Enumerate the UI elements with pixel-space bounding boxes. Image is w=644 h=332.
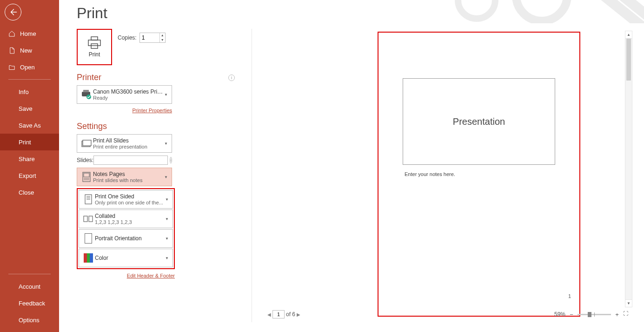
- nav-open-label: Open: [20, 64, 35, 71]
- main-panel: Print Print Copies: ▲ ▼ Printer i: [59, 0, 644, 332]
- printer-dropdown[interactable]: Canon MG3600 series Printer... Ready ▼: [77, 85, 172, 104]
- sides-dropdown[interactable]: Print One Sided Only print on one side o…: [79, 190, 173, 209]
- print-settings-column: Print Copies: ▲ ▼ Printer i: [77, 29, 235, 279]
- one-sided-icon: [82, 194, 95, 204]
- preview-slide-title: Presentation: [453, 116, 505, 127]
- print-button[interactable]: Print: [77, 29, 112, 65]
- svg-rect-6: [83, 90, 89, 92]
- chevron-down-icon: ▼: [164, 93, 169, 97]
- home-icon: [8, 30, 15, 37]
- svg-rect-3: [88, 40, 100, 46]
- nav-home[interactable]: Home: [0, 25, 59, 42]
- nav-export[interactable]: Export: [0, 167, 59, 184]
- nav-print[interactable]: Print: [0, 134, 59, 150]
- printer-icon: [87, 36, 102, 49]
- printer-status: Ready: [93, 95, 164, 101]
- preview-slide: Presentation: [403, 78, 555, 165]
- print-preview-area: Presentation Enter your notes here. 1 ▲ …: [259, 29, 632, 320]
- zoom-slider-thumb[interactable]: [588, 312, 591, 317]
- zoom-fit-button[interactable]: ⛶: [623, 311, 631, 318]
- collated-icon: [82, 215, 95, 223]
- printer-info-icon[interactable]: i: [228, 75, 235, 81]
- next-page-button[interactable]: ▶: [297, 312, 300, 317]
- chevron-down-icon: ▼: [165, 217, 170, 221]
- copies-spinner[interactable]: ▲ ▼: [139, 33, 166, 43]
- print-button-label: Print: [89, 51, 100, 58]
- vertical-divider: [252, 29, 252, 322]
- copies-label: Copies:: [118, 34, 137, 41]
- nav-account[interactable]: Account: [0, 278, 59, 295]
- preview-footer: ◀ of 6 ▶ 59% − + ⛶: [259, 308, 632, 320]
- preview-page: Presentation Enter your notes here. 1: [378, 32, 580, 317]
- back-button[interactable]: [5, 4, 21, 20]
- copies-up[interactable]: ▲: [160, 33, 165, 38]
- back-arrow-icon: [9, 8, 17, 16]
- chevron-down-icon: ▼: [165, 256, 170, 260]
- preview-notes: Enter your notes here.: [405, 171, 455, 177]
- preview-scrollbar[interactable]: ▲ ▼: [625, 31, 632, 307]
- current-page-input[interactable]: [272, 310, 285, 318]
- zoom-slider[interactable]: [578, 314, 611, 315]
- orientation-dropdown[interactable]: Portrait Orientation ▼: [79, 229, 173, 248]
- svg-point-7: [86, 95, 91, 99]
- chevron-down-icon: ▼: [165, 237, 170, 241]
- copies-down[interactable]: ▼: [160, 38, 165, 42]
- nav-open[interactable]: Open: [0, 59, 59, 75]
- chevron-down-icon: ▼: [164, 142, 169, 146]
- scroll-thumb[interactable]: [626, 39, 631, 81]
- svg-rect-2: [91, 37, 98, 40]
- nav-save-as[interactable]: Save As: [0, 117, 59, 134]
- nav-share[interactable]: Share: [0, 150, 59, 167]
- printer-name: Canon MG3600 series Printer...: [93, 88, 164, 95]
- new-icon: [8, 47, 15, 54]
- collate-dropdown[interactable]: Collated 1,2,3 1,2,3 1,2,3 ▼: [79, 210, 173, 228]
- nav-info[interactable]: Info: [0, 83, 59, 100]
- nav-new-label: New: [20, 47, 32, 54]
- nav-new[interactable]: New: [0, 42, 59, 59]
- printer-properties-link[interactable]: Printer Properties: [132, 108, 172, 113]
- nav-save[interactable]: Save: [0, 100, 59, 117]
- slides-input[interactable]: [93, 156, 168, 165]
- total-pages-label: of 6: [286, 311, 295, 318]
- copies-input[interactable]: [140, 33, 159, 42]
- chevron-down-icon: ▼: [164, 175, 169, 179]
- chevron-down-icon: ▼: [165, 197, 170, 202]
- layout-dropdown[interactable]: Notes Pages Print slides with notes ▼: [77, 168, 172, 186]
- printer-section-title: Printer: [77, 73, 101, 82]
- backstage-sidebar: Home New Open Info Save Save As Print Sh…: [0, 0, 59, 332]
- nav-home-label: Home: [20, 30, 36, 37]
- nav-close[interactable]: Close: [0, 184, 59, 201]
- zoom-out-button[interactable]: −: [568, 311, 575, 318]
- slides-info-icon[interactable]: i: [170, 157, 172, 163]
- settings-section-title: Settings: [77, 122, 107, 131]
- preview-page-number: 1: [568, 293, 571, 299]
- nav-feedback[interactable]: Feedback: [0, 295, 59, 312]
- color-dropdown[interactable]: Color ▼: [79, 249, 173, 267]
- open-icon: [8, 64, 15, 71]
- scroll-up-button[interactable]: ▲: [625, 31, 632, 39]
- svg-rect-19: [89, 216, 93, 222]
- zoom-in-button[interactable]: +: [614, 311, 620, 318]
- slides-stack-icon: [80, 139, 93, 148]
- svg-rect-11: [84, 173, 89, 177]
- portrait-icon: [82, 233, 95, 244]
- edit-header-footer-link[interactable]: Edit Header & Footer: [127, 273, 175, 278]
- print-range-dropdown[interactable]: Print All Slides Print entire presentati…: [77, 134, 172, 153]
- scroll-down-button[interactable]: ▼: [625, 299, 632, 307]
- notes-page-icon: [80, 172, 93, 182]
- color-icon: [82, 253, 95, 263]
- printer-status-icon: [80, 90, 93, 99]
- svg-rect-4: [91, 44, 98, 48]
- zoom-percent-label: 59%: [554, 311, 565, 318]
- svg-rect-18: [84, 216, 87, 222]
- highlighted-settings-group: Print One Sided Only print on one side o…: [77, 188, 175, 269]
- nav-options[interactable]: Options: [0, 312, 59, 328]
- slides-label: Slides:: [77, 157, 93, 163]
- svg-rect-9: [83, 140, 91, 146]
- prev-page-button[interactable]: ◀: [267, 312, 271, 317]
- page-title: Print: [77, 5, 644, 22]
